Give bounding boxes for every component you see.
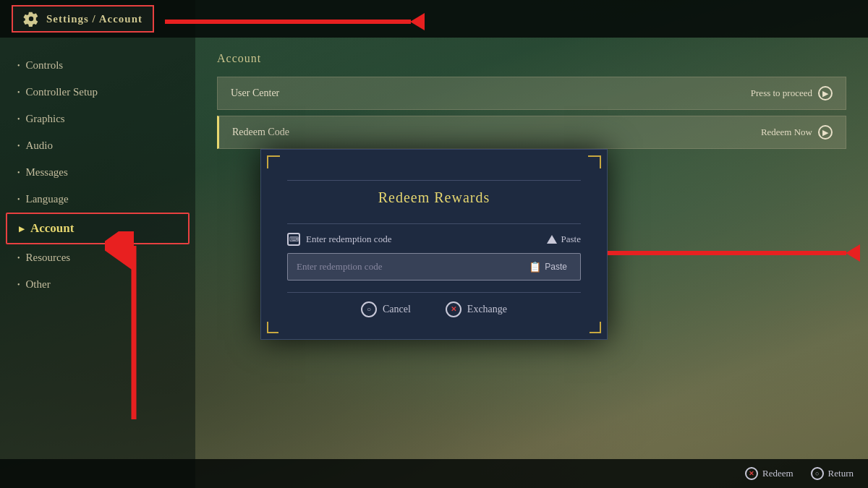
exchange-button[interactable]: ✕ Exchange <box>446 301 507 317</box>
input-label: ⌨ Enter redemption code <box>287 233 391 246</box>
paste-button[interactable]: 📋 Paste <box>524 260 571 274</box>
arrow-to-input <box>608 244 860 262</box>
corner-br <box>590 322 601 333</box>
arrow-to-account <box>105 231 163 419</box>
clipboard-icon: 📋 <box>529 261 541 273</box>
triangle-icon <box>547 235 557 244</box>
modal-title: Redeem Rewards <box>287 189 581 206</box>
redeem-rewards-modal: Redeem Rewards ⌨ Enter redemption code P… <box>260 149 608 340</box>
redemption-code-input[interactable] <box>297 261 524 273</box>
paste-hint: Paste <box>547 234 581 245</box>
arrow-to-header <box>165 13 425 30</box>
code-input-wrapper[interactable]: 📋 Paste <box>287 253 581 281</box>
cancel-button[interactable]: ○ Cancel <box>361 301 411 317</box>
keyboard-icon: ⌨ <box>287 233 300 246</box>
exchange-circle-icon: ✕ <box>446 301 461 317</box>
input-label-row: ⌨ Enter redemption code Paste <box>287 233 581 246</box>
modal-actions: ○ Cancel ✕ Exchange <box>287 301 581 317</box>
bottom-divider <box>287 292 581 293</box>
cancel-circle-icon: ○ <box>361 301 377 317</box>
mid-divider <box>287 223 581 224</box>
corner-bl <box>267 322 278 333</box>
top-divider <box>287 180 581 181</box>
